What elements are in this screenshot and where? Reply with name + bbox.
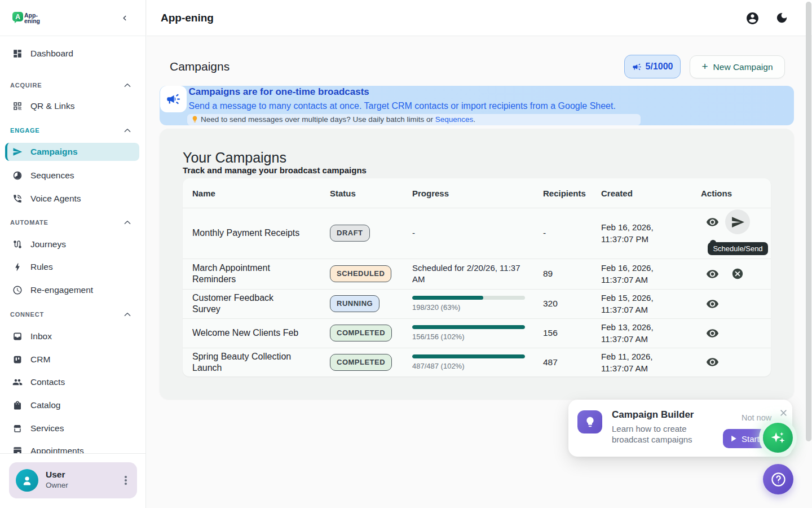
svg-text:A: A: [15, 13, 20, 21]
